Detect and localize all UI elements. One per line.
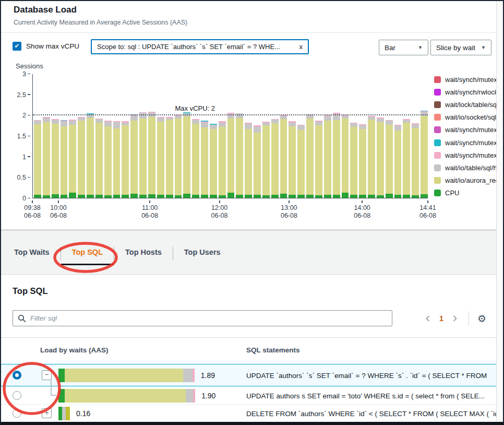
stacked-bar[interactable] <box>87 113 94 198</box>
bar-segment-cpu <box>201 195 208 198</box>
stacked-bar[interactable] <box>342 115 349 198</box>
stacked-bar[interactable] <box>236 113 243 198</box>
filter-sql-field[interactable] <box>13 310 392 326</box>
stacked-bar[interactable] <box>350 123 357 198</box>
search-input[interactable] <box>30 314 387 322</box>
tab-top-hosts[interactable]: Top Hosts <box>114 246 173 265</box>
next-page-button[interactable] <box>452 315 458 322</box>
tab-top-sql[interactable]: Top SQL <box>61 246 114 265</box>
table-row[interactable]: 1.90 UPDATE authors s SET email = 'toto'… <box>1 387 503 404</box>
legend-item[interactable]: wait/io/socket/sql/clie <box>434 111 497 124</box>
collapse-button[interactable]: − <box>42 370 52 380</box>
stacked-bar[interactable] <box>359 124 366 198</box>
stacked-bar[interactable] <box>403 119 410 198</box>
bar-segment-cpu <box>175 195 182 198</box>
stacked-bar[interactable] <box>289 121 296 198</box>
table-row[interactable]: − 1.89 UPDATE `authors` `s` SET `email` … <box>1 364 503 386</box>
stacked-bar[interactable] <box>421 111 428 198</box>
bar-segment-table <box>359 125 366 129</box>
scrollbar-track[interactable] <box>496 1 503 422</box>
stacked-bar[interactable] <box>386 120 393 198</box>
bar-segment-redo <box>210 129 217 195</box>
show-max-vcpu-checkbox[interactable]: ✔ <box>13 42 21 51</box>
scope-dismiss-button[interactable]: x <box>299 43 303 51</box>
stacked-bar[interactable] <box>78 117 85 198</box>
stacked-bar[interactable] <box>201 121 208 198</box>
stacked-bar[interactable] <box>262 122 270 198</box>
scope-filter-tag[interactable]: Scope to: sql : UPDATE `authors` `s` SET… <box>91 39 309 54</box>
sql-statement-link[interactable]: UPDATE authors s SET email = 'toto' WHER… <box>246 392 485 400</box>
row-radio[interactable] <box>13 391 21 400</box>
stacked-bar[interactable] <box>368 116 375 198</box>
legend-item[interactable]: CPU <box>434 187 497 199</box>
stacked-bar[interactable] <box>183 112 190 198</box>
y-tick-label: 0.5 <box>17 174 26 181</box>
stacked-bar[interactable] <box>227 113 235 198</box>
legend-item[interactable]: wait/synch/rwlock/inn <box>434 86 497 98</box>
max-vcpu-line <box>33 114 428 115</box>
previous-page-button[interactable] <box>425 315 431 322</box>
stacked-bar[interactable] <box>219 121 226 198</box>
stacked-bar[interactable] <box>104 121 112 198</box>
tab-top-users[interactable]: Top Users <box>173 246 232 265</box>
chart-type-value: Bar <box>385 44 395 52</box>
bar-segment-table <box>386 121 393 124</box>
stacked-bar[interactable] <box>139 112 147 198</box>
stacked-bar[interactable] <box>412 123 419 198</box>
stacked-bar[interactable] <box>315 121 322 198</box>
stacked-bar[interactable] <box>61 120 68 198</box>
stacked-bar[interactable] <box>254 125 261 198</box>
stacked-bar[interactable] <box>377 117 384 198</box>
legend-label: wait/io/aurora_redo_lo <box>445 176 497 184</box>
tab-top-waits[interactable]: Top Waits <box>3 246 61 265</box>
load-by-waits-bar <box>58 369 195 382</box>
bar-segment-cpu <box>192 195 199 198</box>
stacked-bar[interactable] <box>52 119 59 198</box>
stacked-bar[interactable] <box>148 112 155 198</box>
gear-icon[interactable]: ⚙ <box>477 314 486 324</box>
stacked-bar[interactable] <box>69 120 76 198</box>
stacked-bar[interactable] <box>122 121 129 198</box>
stacked-bar[interactable] <box>166 117 173 198</box>
stacked-bar[interactable] <box>394 125 402 198</box>
slice-by-dropdown[interactable]: Slice by wait ▼ <box>430 40 491 55</box>
legend-item[interactable]: wait/io/table/sql/hand <box>434 161 497 174</box>
chart-plot-area[interactable]: Max vCPU: 2 <box>32 74 428 198</box>
stacked-bar[interactable] <box>34 120 41 198</box>
legend-item[interactable]: wait/lock/table/sql/ha <box>434 98 497 111</box>
bar-segment-cpu <box>306 195 314 198</box>
chart-type-dropdown[interactable]: Bar ▼ <box>379 40 428 55</box>
stacked-bar[interactable] <box>280 115 287 198</box>
row-radio-selected[interactable] <box>13 371 21 380</box>
bar-segment-cpu <box>34 195 41 198</box>
stacked-bar[interactable] <box>324 115 331 198</box>
legend-item[interactable]: wait/synch/mutex/inn <box>434 136 497 149</box>
stacked-bar[interactable] <box>245 123 252 198</box>
page-number[interactable]: 1 <box>439 314 443 323</box>
legend-item[interactable]: wait/io/aurora_redo_lo <box>434 174 497 187</box>
bar-segment-redo <box>254 133 261 194</box>
table-row[interactable]: + 0.16 DELETE FROM `authors` WHERE `id` … <box>1 404 503 422</box>
sql-statement-link[interactable]: DELETE FROM `authors` WHERE `id` < ( SEL… <box>246 410 501 418</box>
stacked-bar[interactable] <box>297 125 305 198</box>
y-tick-mark <box>28 115 30 116</box>
stacked-bar[interactable] <box>157 117 164 198</box>
sql-statement-link[interactable]: UPDATE `authors` `s` SET `email` = ? WHE… <box>246 372 487 380</box>
stacked-bar[interactable] <box>192 119 199 198</box>
stacked-bar[interactable] <box>95 119 103 198</box>
bar-segment-redo <box>148 117 155 194</box>
stacked-bar[interactable] <box>306 114 314 198</box>
expand-button[interactable]: + <box>42 408 52 418</box>
stacked-bar[interactable] <box>333 113 340 198</box>
stacked-bar[interactable] <box>113 121 121 198</box>
legend-item[interactable]: wait/synch/mutex/sql/ <box>434 73 497 86</box>
stacked-bar[interactable] <box>43 117 50 198</box>
stacked-bar[interactable] <box>210 124 217 198</box>
stacked-bar[interactable] <box>175 115 182 198</box>
stacked-bar[interactable] <box>271 119 279 198</box>
row-radio[interactable] <box>13 409 21 418</box>
stacked-bar[interactable] <box>130 114 138 198</box>
bar-segment-redo <box>350 127 357 194</box>
legend-item[interactable]: wait/synch/mutex/inn <box>434 149 497 161</box>
legend-item[interactable]: wait/synch/mutex/inn <box>434 124 497 136</box>
